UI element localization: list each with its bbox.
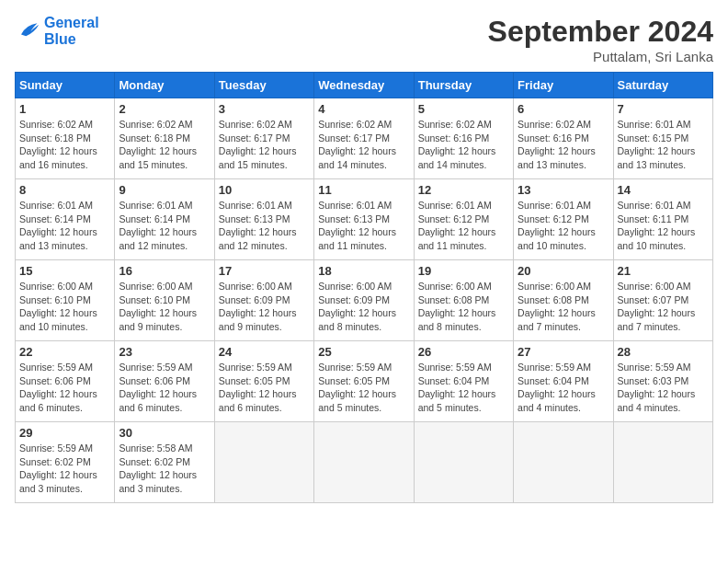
day-info: Sunrise: 6:01 AMSunset: 6:12 PMDaylight:… <box>518 199 609 253</box>
day-info: Sunrise: 6:00 AMSunset: 6:10 PMDaylight:… <box>119 280 210 334</box>
day-info: Sunrise: 5:59 AMSunset: 6:06 PMDaylight:… <box>119 361 210 415</box>
calendar-day-cell: 17Sunrise: 6:00 AMSunset: 6:09 PMDayligh… <box>214 260 313 341</box>
day-info: Sunrise: 5:59 AMSunset: 6:04 PMDaylight:… <box>418 361 509 415</box>
logo-text: General Blue <box>44 15 99 48</box>
calendar-day-cell: 3Sunrise: 6:02 AMSunset: 6:17 PMDaylight… <box>214 98 313 179</box>
calendar-day-cell: 29Sunrise: 5:59 AMSunset: 6:02 PMDayligh… <box>16 422 115 503</box>
calendar-day-cell: 5Sunrise: 6:02 AMSunset: 6:16 PMDaylight… <box>414 98 513 179</box>
calendar-week-row: 29Sunrise: 5:59 AMSunset: 6:02 PMDayligh… <box>16 422 713 503</box>
day-number: 10 <box>219 183 310 197</box>
day-info: Sunrise: 6:01 AMSunset: 6:14 PMDaylight:… <box>19 199 110 253</box>
day-number: 3 <box>219 102 310 116</box>
day-info: Sunrise: 6:00 AMSunset: 6:08 PMDaylight:… <box>518 280 609 334</box>
day-number: 25 <box>318 345 409 359</box>
location-subtitle: Puttalam, Sri Lanka <box>488 49 713 64</box>
day-info: Sunrise: 6:01 AMSunset: 6:13 PMDaylight:… <box>219 199 310 253</box>
day-number: 5 <box>418 102 509 116</box>
calendar-day-cell: 10Sunrise: 6:01 AMSunset: 6:13 PMDayligh… <box>214 179 313 260</box>
day-info: Sunrise: 6:01 AMSunset: 6:12 PMDaylight:… <box>418 199 509 253</box>
day-of-week-header: Saturday <box>613 73 712 98</box>
day-number: 2 <box>119 102 210 116</box>
day-info: Sunrise: 5:59 AMSunset: 6:02 PMDaylight:… <box>19 442 110 496</box>
calendar-day-cell: 12Sunrise: 6:01 AMSunset: 6:12 PMDayligh… <box>414 179 513 260</box>
day-number: 20 <box>518 264 609 278</box>
calendar-day-cell: 26Sunrise: 5:59 AMSunset: 6:04 PMDayligh… <box>414 341 513 422</box>
day-number: 17 <box>219 264 310 278</box>
day-number: 30 <box>119 426 210 440</box>
day-info: Sunrise: 6:00 AMSunset: 6:10 PMDaylight:… <box>19 280 110 334</box>
title-area: September 2024 Puttalam, Sri Lanka <box>488 15 713 64</box>
day-number: 27 <box>518 345 609 359</box>
day-number: 14 <box>618 183 709 197</box>
day-info: Sunrise: 5:59 AMSunset: 6:05 PMDaylight:… <box>318 361 409 415</box>
calendar-day-cell: 21Sunrise: 6:00 AMSunset: 6:07 PMDayligh… <box>613 260 712 341</box>
day-of-week-header: Friday <box>514 73 613 98</box>
calendar-week-row: 22Sunrise: 5:59 AMSunset: 6:06 PMDayligh… <box>16 341 713 422</box>
day-number: 7 <box>618 102 709 116</box>
day-number: 12 <box>418 183 509 197</box>
day-number: 21 <box>618 264 709 278</box>
day-info: Sunrise: 6:01 AMSunset: 6:13 PMDaylight:… <box>318 199 409 253</box>
calendar-week-row: 1Sunrise: 6:02 AMSunset: 6:18 PMDaylight… <box>16 98 713 179</box>
calendar-week-row: 15Sunrise: 6:00 AMSunset: 6:10 PMDayligh… <box>16 260 713 341</box>
calendar-day-cell: 4Sunrise: 6:02 AMSunset: 6:17 PMDaylight… <box>314 98 414 179</box>
day-number: 22 <box>19 345 110 359</box>
calendar-day-cell <box>613 422 712 503</box>
calendar-table: SundayMondayTuesdayWednesdayThursdayFrid… <box>15 72 713 503</box>
logo-icon <box>15 18 40 44</box>
calendar-day-cell: 28Sunrise: 5:59 AMSunset: 6:03 PMDayligh… <box>613 341 712 422</box>
logo: General Blue <box>15 15 99 48</box>
month-title: September 2024 <box>488 15 713 49</box>
day-info: Sunrise: 5:59 AMSunset: 6:03 PMDaylight:… <box>618 361 709 415</box>
day-info: Sunrise: 6:02 AMSunset: 6:18 PMDaylight:… <box>119 118 210 172</box>
day-info: Sunrise: 6:02 AMSunset: 6:17 PMDaylight:… <box>219 118 310 172</box>
calendar-day-cell <box>414 422 513 503</box>
calendar-day-cell: 9Sunrise: 6:01 AMSunset: 6:14 PMDaylight… <box>115 179 214 260</box>
calendar-day-cell: 19Sunrise: 6:00 AMSunset: 6:08 PMDayligh… <box>414 260 513 341</box>
calendar-header-row: SundayMondayTuesdayWednesdayThursdayFrid… <box>16 73 713 98</box>
calendar-day-cell: 15Sunrise: 6:00 AMSunset: 6:10 PMDayligh… <box>16 260 115 341</box>
calendar-day-cell: 1Sunrise: 6:02 AMSunset: 6:18 PMDaylight… <box>16 98 115 179</box>
day-info: Sunrise: 5:59 AMSunset: 6:04 PMDaylight:… <box>518 361 609 415</box>
calendar-day-cell: 6Sunrise: 6:02 AMSunset: 6:16 PMDaylight… <box>514 98 613 179</box>
day-of-week-header: Sunday <box>16 73 115 98</box>
day-number: 26 <box>418 345 509 359</box>
day-info: Sunrise: 6:01 AMSunset: 6:14 PMDaylight:… <box>119 199 210 253</box>
calendar-day-cell: 2Sunrise: 6:02 AMSunset: 6:18 PMDaylight… <box>115 98 214 179</box>
day-number: 29 <box>19 426 110 440</box>
day-info: Sunrise: 6:02 AMSunset: 6:18 PMDaylight:… <box>19 118 110 172</box>
calendar-day-cell: 16Sunrise: 6:00 AMSunset: 6:10 PMDayligh… <box>115 260 214 341</box>
day-number: 11 <box>318 183 409 197</box>
day-of-week-header: Tuesday <box>214 73 313 98</box>
day-info: Sunrise: 6:01 AMSunset: 6:11 PMDaylight:… <box>618 199 709 253</box>
day-number: 13 <box>518 183 609 197</box>
day-info: Sunrise: 6:00 AMSunset: 6:07 PMDaylight:… <box>618 280 709 334</box>
calendar-day-cell <box>514 422 613 503</box>
day-number: 24 <box>219 345 310 359</box>
day-info: Sunrise: 6:00 AMSunset: 6:08 PMDaylight:… <box>418 280 509 334</box>
day-number: 19 <box>418 264 509 278</box>
day-number: 28 <box>618 345 709 359</box>
day-number: 8 <box>19 183 110 197</box>
calendar-day-cell: 13Sunrise: 6:01 AMSunset: 6:12 PMDayligh… <box>514 179 613 260</box>
calendar-day-cell: 20Sunrise: 6:00 AMSunset: 6:08 PMDayligh… <box>514 260 613 341</box>
calendar-day-cell: 11Sunrise: 6:01 AMSunset: 6:13 PMDayligh… <box>314 179 414 260</box>
day-number: 18 <box>318 264 409 278</box>
day-info: Sunrise: 6:00 AMSunset: 6:09 PMDaylight:… <box>219 280 310 334</box>
day-info: Sunrise: 5:59 AMSunset: 6:05 PMDaylight:… <box>219 361 310 415</box>
day-number: 4 <box>318 102 409 116</box>
day-info: Sunrise: 6:02 AMSunset: 6:16 PMDaylight:… <box>418 118 509 172</box>
day-info: Sunrise: 6:00 AMSunset: 6:09 PMDaylight:… <box>318 280 409 334</box>
day-number: 1 <box>19 102 110 116</box>
calendar-day-cell: 23Sunrise: 5:59 AMSunset: 6:06 PMDayligh… <box>115 341 214 422</box>
day-number: 23 <box>119 345 210 359</box>
day-number: 6 <box>518 102 609 116</box>
calendar-day-cell <box>214 422 313 503</box>
day-info: Sunrise: 6:02 AMSunset: 6:16 PMDaylight:… <box>518 118 609 172</box>
day-info: Sunrise: 5:58 AMSunset: 6:02 PMDaylight:… <box>119 442 210 496</box>
calendar-day-cell: 22Sunrise: 5:59 AMSunset: 6:06 PMDayligh… <box>16 341 115 422</box>
calendar-week-row: 8Sunrise: 6:01 AMSunset: 6:14 PMDaylight… <box>16 179 713 260</box>
day-number: 15 <box>19 264 110 278</box>
day-of-week-header: Monday <box>115 73 214 98</box>
day-number: 9 <box>119 183 210 197</box>
